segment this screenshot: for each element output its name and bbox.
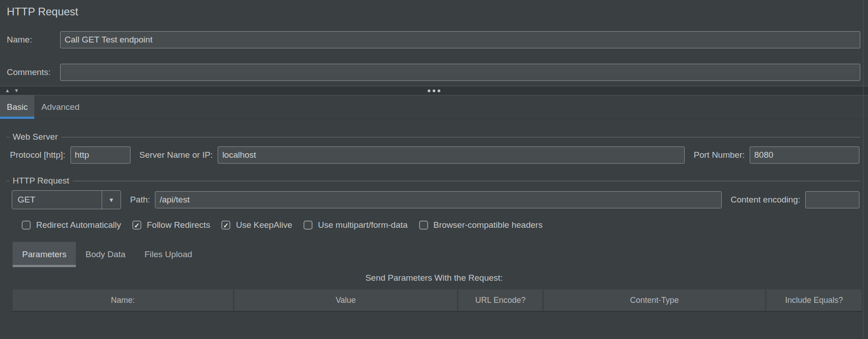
splitter-grip-icon: [428, 86, 440, 95]
path-input[interactable]: [155, 191, 721, 208]
tab-parameters[interactable]: Parameters: [13, 242, 76, 267]
path-label: Path:: [130, 195, 150, 205]
web-server-row: Protocol [http]: Server Name or IP: Port…: [10, 146, 859, 165]
parameters-table-header: Name: Value URL Encode? Content-Type Inc…: [13, 289, 862, 312]
chevron-down-icon: ▼: [102, 191, 121, 209]
checkbox-checked-icon[interactable]: ✓: [132, 221, 141, 230]
parameters-caption: Send Parameters With the Request:: [0, 273, 868, 283]
tab-basic[interactable]: Basic: [0, 95, 34, 119]
comments-label: Comments:: [7, 67, 60, 77]
splitter-handle[interactable]: ▲ ▼: [0, 86, 868, 95]
main-tab-bar: Basic Advanced: [0, 95, 868, 119]
method-selected-value: GET: [12, 195, 102, 205]
checkbox-follow-redirects[interactable]: ✓ Follow Redirects: [132, 220, 210, 230]
checkbox-use-keepalive[interactable]: ✓ Use KeepAlive: [221, 220, 292, 230]
tab-body-data[interactable]: Body Data: [76, 242, 135, 267]
column-header-content-type: Content-Type: [544, 289, 765, 311]
tab-advanced[interactable]: Advanced: [34, 95, 86, 119]
comments-row: Comments:: [7, 63, 860, 81]
content-encoding-input[interactable]: [805, 191, 859, 208]
server-name-label: Server Name or IP:: [140, 150, 213, 160]
collapse-down-icon[interactable]: ▼: [14, 88, 19, 93]
splitter-collapse-controls: ▲ ▼: [5, 86, 19, 95]
checkbox-checked-icon[interactable]: ✓: [221, 221, 230, 230]
name-label: Name:: [7, 35, 60, 45]
collapse-up-icon[interactable]: ▲: [5, 88, 10, 93]
http-request-group-legend: HTTP Request: [6, 176, 860, 186]
options-checkbox-row: Redirect Automatically ✓ Follow Redirect…: [22, 218, 542, 232]
server-name-input[interactable]: [218, 146, 685, 164]
name-input[interactable]: [60, 31, 860, 48]
panel-right-edge-divider: [863, 0, 863, 339]
column-header-url-encode: URL Encode?: [458, 289, 542, 311]
name-row: Name:: [7, 31, 860, 49]
page-title: HTTP Request: [7, 5, 78, 18]
checkbox-icon[interactable]: [303, 221, 313, 230]
content-encoding-label: Content encoding:: [731, 195, 800, 205]
checkbox-use-multipart-form-data[interactable]: Use multipart/form-data: [303, 220, 408, 230]
port-number-label: Port Number:: [694, 150, 745, 160]
web-server-group-legend: Web Server: [6, 132, 860, 142]
http-request-row: GET ▼ Path: Content encoding:: [12, 190, 859, 210]
protocol-input[interactable]: [70, 146, 131, 164]
checkbox-icon[interactable]: [22, 221, 31, 230]
method-select[interactable]: GET ▼: [12, 190, 121, 209]
protocol-label: Protocol [http]:: [10, 150, 65, 160]
body-tab-bar: Parameters Body Data Files Upload: [13, 242, 202, 267]
port-number-input[interactable]: [750, 146, 859, 164]
checkbox-redirect-automatically[interactable]: Redirect Automatically: [22, 220, 121, 230]
tab-files-upload[interactable]: Files Upload: [135, 242, 202, 267]
column-header-include-equals: Include Equals?: [766, 289, 862, 311]
checkbox-browser-compatible-headers[interactable]: Browser-compatible headers: [419, 220, 543, 230]
comments-input[interactable]: [60, 64, 860, 81]
checkbox-icon[interactable]: [419, 221, 428, 230]
column-header-name: Name:: [13, 289, 233, 311]
column-header-value: Value: [234, 289, 457, 311]
